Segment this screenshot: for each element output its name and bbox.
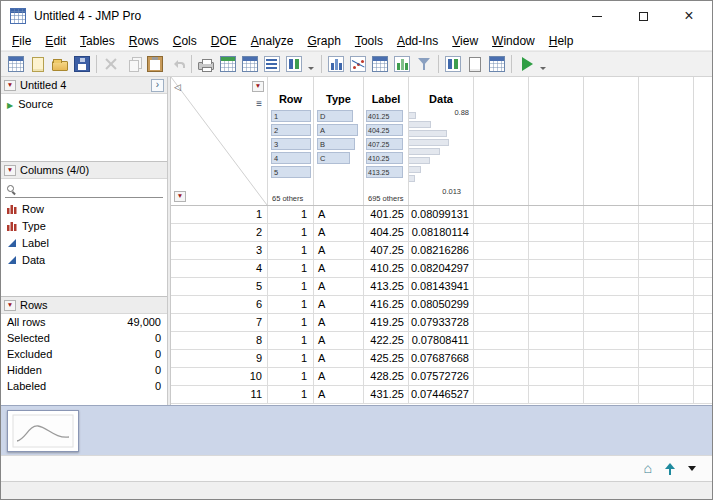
cell-row[interactable]: 1 — [268, 206, 314, 223]
table-row[interactable]: 9 1 A 425.25 0.07687668 — [171, 350, 712, 368]
toolbar-overflow-icon[interactable] — [307, 55, 316, 73]
table-row[interactable]: 10 1 A 428.25 0.07572726 — [171, 368, 712, 386]
column-title[interactable]: Row — [268, 91, 313, 107]
menu-item[interactable]: View — [445, 33, 485, 49]
cell-data[interactable]: 0.07572726 — [409, 368, 474, 385]
rows-stat-hidden[interactable]: Hidden 0 — [1, 362, 167, 378]
window-thumbnail[interactable] — [7, 410, 79, 452]
cell-type[interactable]: A — [314, 368, 364, 385]
cell-row[interactable]: 1 — [268, 242, 314, 259]
cell-data[interactable]: 0.08050299 — [409, 296, 474, 313]
cell-type[interactable]: A — [314, 314, 364, 331]
rows-stat-selected[interactable]: Selected 0 — [1, 330, 167, 346]
column-header-data[interactable]: Data 0.88 0.013 — [409, 77, 474, 205]
menu-item[interactable]: DOE — [204, 33, 244, 49]
summary-cell[interactable]: 3 — [271, 138, 311, 150]
cell-data[interactable]: 0.08143941 — [409, 278, 474, 295]
formula-button[interactable] — [283, 53, 305, 75]
cell-label[interactable]: 431.25 — [364, 386, 409, 403]
save-button[interactable] — [71, 53, 93, 75]
rows-stat-labeled[interactable]: Labeled 0 — [1, 378, 167, 394]
summary-cell[interactable]: 4 — [271, 152, 311, 164]
open-button[interactable] — [49, 53, 71, 75]
cell-type[interactable]: A — [314, 350, 364, 367]
rows-menu-hotspot-icon[interactable] — [174, 191, 186, 202]
row-number-cell[interactable]: 2 — [171, 224, 268, 241]
cell-row[interactable]: 1 — [268, 260, 314, 277]
menu-item[interactable]: Graph — [301, 33, 348, 49]
cell-label[interactable]: 416.25 — [364, 296, 409, 313]
column-title[interactable]: Data — [409, 91, 473, 107]
summary-cell[interactable]: B — [317, 138, 355, 150]
cell-row[interactable]: 1 — [268, 368, 314, 385]
column-header-row[interactable]: Row 12345 65 others — [268, 77, 314, 205]
new-data-table-button[interactable] — [5, 53, 27, 75]
run-script-button[interactable] — [515, 53, 537, 75]
summary-cell[interactable]: C — [317, 152, 350, 164]
undo-button[interactable] — [166, 53, 188, 75]
graph-builder-button[interactable] — [391, 53, 413, 75]
close-button[interactable] — [666, 1, 712, 31]
menu-item[interactable]: Analyze — [244, 33, 301, 49]
column-item-type[interactable]: Type — [1, 217, 167, 234]
menu-item[interactable]: Tables — [73, 33, 122, 49]
source-item[interactable]: Source — [1, 94, 167, 114]
table-row[interactable]: 7 1 A 419.25 0.07933728 — [171, 314, 712, 332]
toolbar-overflow-icon[interactable] — [539, 55, 548, 73]
columns-search-input[interactable] — [20, 184, 162, 196]
menu-item[interactable]: Add-Ins — [390, 33, 445, 49]
sort-ascending-button[interactable] — [261, 53, 283, 75]
summary-cell[interactable]: 410.25 — [366, 152, 403, 164]
row-number-cell[interactable]: 5 — [171, 278, 268, 295]
cell-data[interactable]: 0.08180114 — [409, 224, 474, 241]
column-header-type[interactable]: Type DABC — [314, 77, 364, 205]
cell-label[interactable]: 422.25 — [364, 332, 409, 349]
column-switcher-button[interactable] — [442, 53, 464, 75]
table-row[interactable]: 11 1 A 431.25 0.07446527 — [171, 386, 712, 404]
cell-data[interactable]: 0.08216286 — [409, 242, 474, 259]
cell-type[interactable]: A — [314, 332, 364, 349]
columns-panel-hotspot-icon[interactable] — [4, 165, 16, 176]
cell-label[interactable]: 425.25 — [364, 350, 409, 367]
row-number-cell[interactable]: 3 — [171, 242, 268, 259]
cell-row[interactable]: 1 — [268, 224, 314, 241]
cell-label[interactable]: 410.25 — [364, 260, 409, 277]
column-title[interactable]: Type — [314, 91, 363, 107]
cell-type[interactable]: A — [314, 278, 364, 295]
cell-type[interactable]: A — [314, 224, 364, 241]
cell-row[interactable]: 1 — [268, 296, 314, 313]
menu-item[interactable]: Rows — [122, 33, 166, 49]
cell-data[interactable]: 0.08099131 — [409, 206, 474, 223]
cell-label[interactable]: 407.25 — [364, 242, 409, 259]
menu-item[interactable]: Tools — [348, 33, 390, 49]
columns-menu-hotspot-icon[interactable] — [252, 81, 264, 92]
cell-label[interactable]: 413.25 — [364, 278, 409, 295]
cell-data[interactable]: 0.07808411 — [409, 332, 474, 349]
column-list-icon[interactable] — [256, 96, 262, 110]
distribution-button[interactable] — [325, 53, 347, 75]
row-number-cell[interactable]: 8 — [171, 332, 268, 349]
summary-cell[interactable]: 2 — [271, 124, 311, 136]
cell-label[interactable]: 428.25 — [364, 368, 409, 385]
row-number-cell[interactable]: 4 — [171, 260, 268, 277]
cell-type[interactable]: A — [314, 296, 364, 313]
table-row[interactable]: 8 1 A 422.25 0.07808411 — [171, 332, 712, 350]
maximize-button[interactable] — [620, 1, 666, 31]
column-item-row[interactable]: Row — [1, 200, 167, 217]
cell-type[interactable]: A — [314, 206, 364, 223]
summary-cell[interactable]: 407.25 — [366, 138, 403, 150]
column-header-label[interactable]: Label 401.25404.25407.25410.25413.25 695… — [364, 77, 409, 205]
cut-button[interactable] — [100, 53, 122, 75]
column-item-data[interactable]: Data — [1, 251, 167, 268]
rows-stat-excluded[interactable]: Excluded 0 — [1, 346, 167, 362]
print-button[interactable] — [195, 53, 217, 75]
cell-row[interactable]: 1 — [268, 350, 314, 367]
row-number-cell[interactable]: 10 — [171, 368, 268, 385]
summary-cell[interactable]: 5 — [271, 166, 311, 178]
cell-data[interactable]: 0.07446527 — [409, 386, 474, 403]
rows-stat-all[interactable]: All rows 49,000 — [1, 314, 167, 330]
summary-cell[interactable]: 401.25 — [366, 110, 403, 122]
summary-button[interactable] — [217, 53, 239, 75]
cell-type[interactable]: A — [314, 386, 364, 403]
row-number-cell[interactable]: 7 — [171, 314, 268, 331]
